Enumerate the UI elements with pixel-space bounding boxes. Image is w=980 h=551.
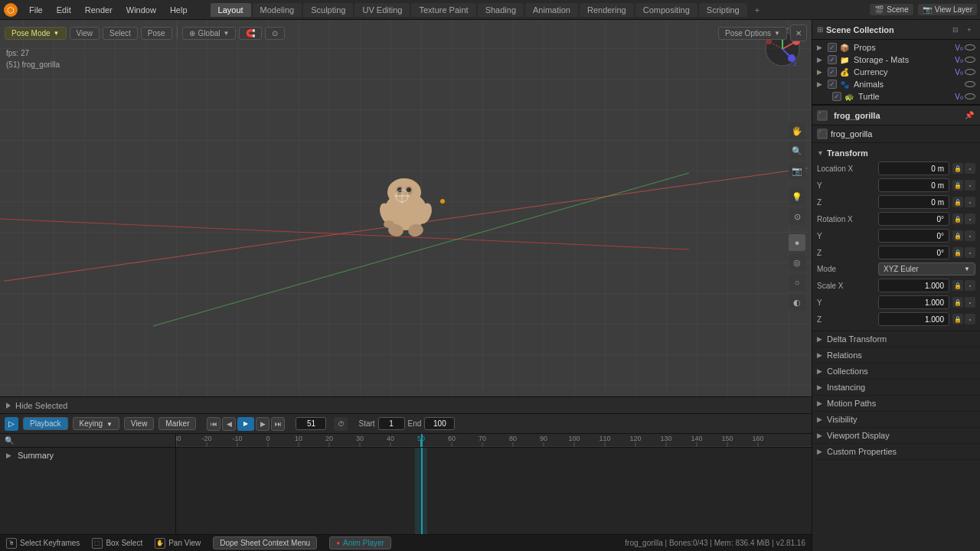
rotation-x-value[interactable]: 0° — [878, 212, 949, 226]
location-y-dot[interactable]: • — [965, 180, 975, 191]
location-z-dot[interactable]: • — [965, 197, 975, 207]
scene-selector[interactable]: 🎬 Scene — [870, 4, 913, 15]
select-menu[interactable]: Select — [103, 27, 138, 40]
props-visibility[interactable] — [965, 44, 975, 51]
timeline-ruler[interactable]: -30 -20 -10 0 10 20 — [176, 434, 812, 448]
rotation-z-dot[interactable]: • — [965, 247, 975, 258]
snap-button[interactable]: 🧲 — [239, 27, 262, 40]
collection-item-currency[interactable]: ▶ 💰 Currency V₀ — [812, 66, 980, 78]
menu-window[interactable]: Window — [120, 4, 162, 16]
viewport-overlay-icon[interactable]: ⊙ — [789, 208, 805, 225]
jump-end-btn[interactable]: ⏭ — [271, 417, 285, 431]
delta-transform-section[interactable]: ▶ Delta Transform — [812, 331, 980, 347]
storage-visibility[interactable] — [965, 57, 975, 63]
pan-view-btn[interactable]: ✋ Pan View — [155, 538, 201, 549]
tab-compositing[interactable]: Compositing — [635, 3, 697, 17]
add-workspace[interactable]: + — [749, 3, 766, 17]
tab-uv-editing[interactable]: UV Editing — [354, 3, 410, 17]
transform-header[interactable]: ▼ Transform — [817, 146, 975, 160]
collection-item-storage[interactable]: ▶ 📁 Storage - Mats V₀ — [812, 54, 980, 66]
tab-layout[interactable]: Layout — [211, 3, 251, 17]
turtle-checkbox[interactable] — [832, 92, 841, 101]
viewport-shading-solid[interactable]: ● — [789, 234, 805, 251]
rotation-y-value[interactable]: 0° — [878, 229, 949, 243]
animals-visibility[interactable] — [965, 81, 975, 87]
instancing-section[interactable]: ▶ Instancing — [812, 380, 980, 396]
timeline-view-menu[interactable]: View — [124, 417, 155, 430]
tab-scripting[interactable]: Scripting — [699, 3, 747, 17]
rotation-z-lock[interactable]: 🔒 — [952, 247, 963, 258]
menu-file[interactable]: File — [23, 4, 49, 16]
custom-properties-section[interactable]: ▶ Custom Properties — [812, 444, 980, 460]
turtle-visibility[interactable] — [965, 93, 975, 99]
proportional-edit[interactable]: ⊙ — [265, 27, 285, 40]
end-frame-input[interactable] — [424, 417, 455, 430]
rotation-z-value[interactable]: 0° — [878, 246, 949, 259]
pin-icon[interactable]: 📌 — [963, 109, 975, 122]
currency-visibility[interactable] — [965, 69, 975, 75]
props-checkbox[interactable] — [828, 43, 837, 52]
3d-viewport[interactable]: Pose Mode ▼ View Select Pose ⊕ Global ▼ … — [0, 20, 812, 413]
rotation-x-dot[interactable]: • — [965, 214, 975, 224]
hide-selected-triangle[interactable] — [6, 403, 11, 409]
menu-help[interactable]: Help — [164, 4, 194, 16]
viewport-nav-icon[interactable]: 🖐 — [789, 122, 805, 139]
collection-item-animals[interactable]: ▶ 🐾 Animals — [812, 78, 980, 90]
timeline-content[interactable] — [176, 448, 812, 534]
rotation-x-lock[interactable]: 🔒 — [952, 214, 963, 224]
location-y-value[interactable]: 0 m — [878, 178, 949, 192]
motion-paths-section[interactable]: ▶ Motion Paths — [812, 396, 980, 412]
viewport-shading-mat[interactable]: ○ — [789, 274, 805, 291]
viewport-zoom-icon[interactable]: 🔍 — [789, 142, 805, 159]
location-x-dot[interactable]: • — [965, 163, 975, 174]
context-menu-btn[interactable]: Dope Sheet Context Menu — [213, 536, 317, 549]
tab-shading[interactable]: Shading — [478, 3, 524, 17]
view-layer-selector[interactable]: 📷 View Layer — [918, 4, 977, 15]
visibility-section[interactable]: ▶ Visibility — [812, 412, 980, 428]
relations-section[interactable]: ▶ Relations — [812, 347, 980, 364]
scale-z-value[interactable]: 1.000 — [878, 312, 949, 326]
location-z-lock[interactable]: 🔒 — [952, 197, 963, 207]
pose-menu[interactable]: Pose — [141, 27, 172, 40]
summary-row-label[interactable]: ▶ Summary — [0, 448, 175, 463]
play-btn[interactable]: ▶ — [237, 417, 254, 431]
collections-section[interactable]: ▶ Collections — [812, 364, 980, 380]
location-z-value[interactable]: 0 m — [878, 195, 949, 209]
collection-item-props[interactable]: ▶ 📦 Props V₀ — [812, 41, 980, 54]
scale-x-lock[interactable]: 🔒 — [952, 280, 963, 291]
new-collection-icon[interactable]: + — [963, 24, 975, 36]
scale-x-dot[interactable]: • — [965, 280, 975, 291]
animals-checkbox[interactable] — [828, 80, 837, 89]
playback-menu[interactable]: Playback — [23, 417, 68, 430]
blender-logo[interactable]: ⬡ — [3, 2, 18, 18]
tab-sculpting[interactable]: Sculpting — [303, 3, 353, 17]
scale-z-lock[interactable]: 🔒 — [952, 314, 963, 324]
scale-y-lock[interactable]: 🔒 — [952, 297, 963, 308]
tab-rendering[interactable]: Rendering — [580, 3, 634, 17]
tab-modeling[interactable]: Modeling — [253, 3, 302, 17]
collection-item-turtle[interactable]: 🐢 Turtle V₀ — [812, 90, 980, 103]
rotation-y-lock[interactable]: 🔒 — [952, 230, 963, 241]
select-keyframes-btn[interactable]: 🖱 Select Keyframes — [6, 538, 80, 549]
viewport-shading-wire[interactable]: ◎ — [789, 254, 805, 271]
location-y-lock[interactable]: 🔒 — [952, 180, 963, 191]
tab-texture-paint[interactable]: Texture Paint — [411, 3, 475, 17]
keying-menu[interactable]: Keying ▼ — [73, 417, 119, 430]
pose-options-btn[interactable]: Pose Options ▼ — [718, 27, 787, 40]
jump-start-btn[interactable]: ⏮ — [207, 417, 220, 431]
menu-render[interactable]: Render — [79, 4, 119, 16]
next-frame-btn[interactable]: ▶ — [256, 417, 270, 431]
current-frame-input[interactable] — [296, 417, 326, 430]
prev-frame-btn[interactable]: ◀ — [222, 417, 236, 431]
viewport-close-btn[interactable]: ✕ — [790, 24, 807, 41]
storage-checkbox[interactable] — [828, 55, 837, 64]
viewport-shading-render[interactable]: ◐ — [789, 294, 805, 311]
rotation-mode-select[interactable]: XYZ Euler ▼ — [878, 262, 975, 276]
scale-z-dot[interactable]: • — [965, 314, 975, 324]
viewport-camera-icon[interactable]: 📷 — [789, 162, 805, 179]
menu-edit[interactable]: Edit — [51, 4, 77, 16]
scale-x-value[interactable]: 1.000 — [878, 279, 949, 292]
start-frame-input[interactable] — [378, 417, 405, 430]
view-menu[interactable]: View — [70, 27, 100, 40]
location-x-value[interactable]: 0 m — [878, 161, 949, 175]
